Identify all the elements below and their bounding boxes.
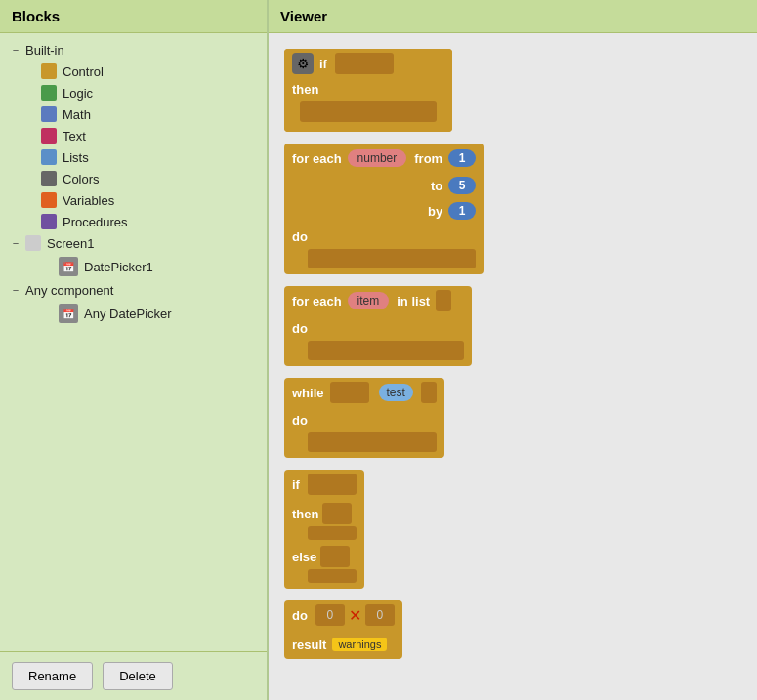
- for-each-item-do-slot: [308, 341, 464, 360]
- else-label: else: [292, 550, 316, 564]
- sidebar-item-logic[interactable]: Logic: [33, 82, 267, 103]
- else-slot: [308, 569, 357, 583]
- procedures-label: Procedures: [63, 215, 127, 229]
- delete-button[interactable]: Delete: [103, 662, 173, 690]
- then-else-slot: [308, 526, 357, 540]
- control-color-icon: [41, 63, 57, 79]
- screen1-children: 📅 DatePicker1: [0, 254, 267, 279]
- any-component-label: Any component: [25, 283, 113, 298]
- if-then-else-block: if then else: [284, 470, 741, 589]
- from-value[interactable]: 1: [448, 149, 476, 167]
- builtin-group-header[interactable]: − Built-in: [0, 39, 267, 61]
- while-label: while: [292, 386, 324, 400]
- test-pill[interactable]: test: [379, 384, 413, 401]
- sidebar-item-variables[interactable]: Variables: [33, 189, 267, 211]
- left-panel: Blocks − Built-in Control Logic Math Tex…: [0, 0, 269, 700]
- for-each-number-label: for each: [292, 151, 342, 166]
- while-block: while test do: [284, 378, 741, 458]
- variables-color-icon: [41, 192, 57, 208]
- if-label: if: [319, 57, 327, 71]
- while-do-slot: [308, 432, 437, 452]
- for-each-number-do-label: do: [292, 229, 308, 244]
- sidebar-item-lists[interactable]: Lists: [33, 146, 267, 168]
- any-datepicker-icon: 📅: [59, 304, 78, 323]
- any-datepicker-label: Any DatePicker: [84, 307, 172, 321]
- in-list-label: in list: [397, 294, 430, 309]
- do-value2-slot: 0: [365, 604, 395, 626]
- sidebar-item-datepicker1[interactable]: 📅 DatePicker1: [51, 254, 267, 279]
- any-component-children: 📅 Any DatePicker: [0, 301, 267, 326]
- while-connector: [421, 382, 437, 403]
- do-value1-slot: 0: [315, 604, 345, 626]
- left-header: Blocks: [0, 0, 267, 33]
- sidebar-item-colors[interactable]: Colors: [33, 168, 267, 189]
- while-test-slot: [330, 382, 369, 403]
- math-color-icon: [41, 106, 57, 122]
- text-color-icon: [41, 128, 57, 144]
- for-each-item-do-label: do: [292, 321, 308, 336]
- sidebar-item-control[interactable]: Control: [33, 61, 267, 82]
- viewer-title: Viewer: [280, 8, 327, 24]
- then-label: then: [292, 82, 318, 97]
- text-label: Text: [63, 129, 86, 144]
- result-label: result: [292, 638, 326, 652]
- screen1-icon: [25, 235, 41, 251]
- else-connector: [320, 546, 350, 567]
- colors-color-icon: [41, 171, 57, 186]
- logic-color-icon: [41, 85, 57, 101]
- any-component-group-header[interactable]: − Any component: [0, 279, 267, 301]
- by-value[interactable]: 1: [448, 202, 476, 220]
- lists-label: Lists: [63, 150, 89, 165]
- to-label: to: [431, 179, 442, 193]
- blocks-title: Blocks: [12, 8, 60, 24]
- do-result-block: do 0 ✕ 0 result warnings: [284, 600, 741, 659]
- datepicker1-icon: 📅: [59, 257, 78, 276]
- for-each-item-block: for each item in list do: [284, 286, 741, 366]
- if-slot: [335, 53, 394, 74]
- any-component-toggle[interactable]: −: [8, 282, 23, 298]
- procedures-color-icon: [41, 214, 57, 229]
- control-label: Control: [63, 64, 104, 79]
- gear-icon[interactable]: ⚙: [292, 53, 314, 74]
- if-then-else-if-label: if: [292, 477, 300, 492]
- error-icon: ✕: [349, 606, 361, 625]
- sidebar-item-text[interactable]: Text: [33, 125, 267, 146]
- right-panel: Viewer ⚙ if then: [269, 0, 757, 700]
- if-else-slot: [308, 474, 357, 495]
- then-else-connector: [322, 503, 352, 524]
- builtin-children: Control Logic Math Text Lists Colors: [0, 61, 267, 232]
- sidebar-item-math[interactable]: Math: [33, 103, 267, 125]
- left-footer: Rename Delete: [0, 651, 267, 700]
- if-then-block: ⚙ if then: [284, 49, 452, 132]
- while-do-label: do: [292, 413, 308, 428]
- variables-label: Variables: [63, 193, 114, 208]
- number-pill[interactable]: number: [348, 149, 407, 167]
- datepicker1-label: DatePicker1: [84, 260, 153, 274]
- builtin-label: Built-in: [25, 43, 64, 58]
- for-each-number-do-slot: [308, 249, 476, 268]
- from-label: from: [414, 151, 442, 166]
- warnings-badge: warnings: [332, 638, 387, 651]
- item-pill[interactable]: item: [348, 292, 390, 309]
- lists-color-icon: [41, 149, 57, 165]
- then-slot: [300, 101, 437, 122]
- viewer-area[interactable]: ⚙ if then for each numbe: [269, 33, 757, 700]
- list-connector: [436, 290, 451, 311]
- math-label: Math: [63, 107, 91, 122]
- to-value[interactable]: 5: [448, 177, 476, 194]
- by-label: by: [428, 204, 442, 219]
- left-body: − Built-in Control Logic Math Text: [0, 33, 267, 651]
- builtin-toggle[interactable]: −: [8, 42, 23, 58]
- for-each-number-block: for each number from 1 to 5 by 1 do: [284, 144, 741, 274]
- then-else-then-label: then: [292, 507, 318, 521]
- for-each-item-label: for each: [292, 294, 342, 309]
- sidebar-item-procedures[interactable]: Procedures: [33, 211, 267, 232]
- screen1-label: Screen1: [47, 236, 94, 251]
- sidebar-item-any-datepicker[interactable]: 📅 Any DatePicker: [51, 301, 267, 326]
- rename-button[interactable]: Rename: [12, 662, 93, 690]
- right-header: Viewer: [269, 0, 757, 33]
- logic-label: Logic: [63, 86, 93, 101]
- screen1-group-header[interactable]: − Screen1: [0, 232, 267, 254]
- colors-label: Colors: [63, 172, 100, 186]
- screen1-toggle[interactable]: −: [8, 235, 23, 251]
